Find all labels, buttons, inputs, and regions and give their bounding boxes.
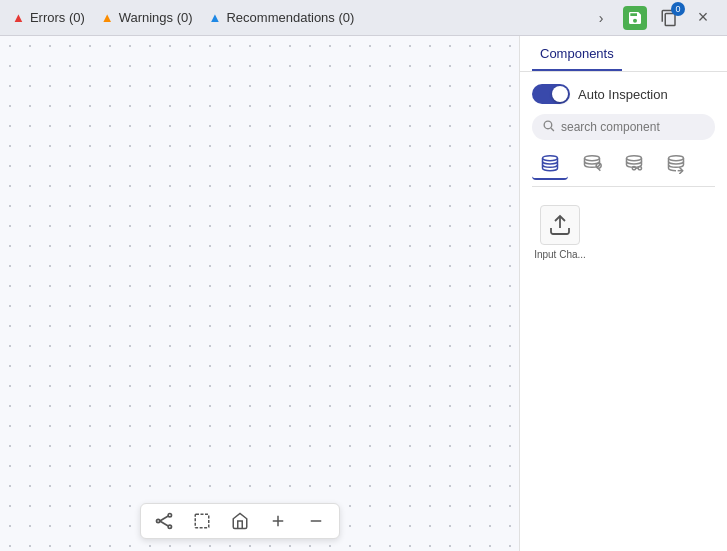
cat-tab-output[interactable] xyxy=(658,150,694,180)
svg-point-19 xyxy=(669,156,684,161)
svg-point-0 xyxy=(156,519,159,522)
cat-tab-all[interactable] xyxy=(532,150,568,180)
svg-point-12 xyxy=(585,156,600,161)
panel-body: Auto Inspection xyxy=(520,72,727,280)
cat-tab-input[interactable] xyxy=(574,150,610,180)
panel-tabs: Components xyxy=(520,36,727,72)
info-icon: ▲ xyxy=(209,10,222,25)
auto-inspection-row: Auto Inspection xyxy=(532,84,715,104)
chevron-button[interactable]: › xyxy=(589,6,613,30)
recommendations-label: Recommendations (0) xyxy=(226,10,354,25)
recommendations-status[interactable]: ▲ Recommendations (0) xyxy=(209,10,355,25)
svg-point-9 xyxy=(544,121,552,129)
component-icon-box xyxy=(540,205,580,245)
error-icon: ▲ xyxy=(12,10,25,25)
canvas-area[interactable] xyxy=(0,36,519,551)
svg-point-15 xyxy=(627,156,642,161)
top-toolbar: ▲ Errors (0) ▲ Warnings (0) ▲ Recommenda… xyxy=(0,0,727,36)
bottom-toolbar xyxy=(140,503,340,539)
component-label: Input Cha... xyxy=(533,249,587,260)
toolbar-actions: › 0 × xyxy=(589,6,715,30)
warnings-status[interactable]: ▲ Warnings (0) xyxy=(101,10,193,25)
errors-label: Errors (0) xyxy=(30,10,85,25)
status-bar: ▲ Errors (0) ▲ Warnings (0) ▲ Recommenda… xyxy=(12,10,569,25)
copy-button[interactable]: 0 xyxy=(657,6,681,30)
tab-components[interactable]: Components xyxy=(532,36,622,71)
warning-icon: ▲ xyxy=(101,10,114,25)
search-input[interactable] xyxy=(561,120,705,134)
close-button[interactable]: × xyxy=(691,6,715,30)
cat-tab-display[interactable] xyxy=(616,150,652,180)
warnings-label: Warnings (0) xyxy=(119,10,193,25)
svg-point-11 xyxy=(543,156,558,161)
right-panel: Components Auto Inspection xyxy=(519,36,727,551)
svg-point-2 xyxy=(168,525,171,528)
toggle-knob xyxy=(552,86,568,102)
errors-status[interactable]: ▲ Errors (0) xyxy=(12,10,85,25)
auto-inspection-toggle[interactable] xyxy=(532,84,570,104)
svg-point-16 xyxy=(638,167,641,170)
category-tabs xyxy=(532,150,715,187)
add-button[interactable] xyxy=(265,508,291,534)
component-item-input-cha[interactable]: Input Cha... xyxy=(532,201,588,264)
search-icon xyxy=(542,119,555,135)
svg-line-3 xyxy=(159,516,167,521)
svg-line-4 xyxy=(159,521,167,526)
network-button[interactable] xyxy=(151,508,177,534)
svg-point-17 xyxy=(632,167,635,170)
component-grid: Input Cha... xyxy=(532,197,715,268)
select-button[interactable] xyxy=(189,508,215,534)
svg-rect-5 xyxy=(195,514,209,528)
auto-inspection-label: Auto Inspection xyxy=(578,87,668,102)
svg-point-1 xyxy=(168,514,171,517)
search-box[interactable] xyxy=(532,114,715,140)
minus-button[interactable] xyxy=(303,508,329,534)
svg-line-10 xyxy=(551,128,554,131)
main-content: Components Auto Inspection xyxy=(0,36,727,551)
save-button[interactable] xyxy=(623,6,647,30)
badge-count: 0 xyxy=(671,2,685,16)
home-button[interactable] xyxy=(227,508,253,534)
